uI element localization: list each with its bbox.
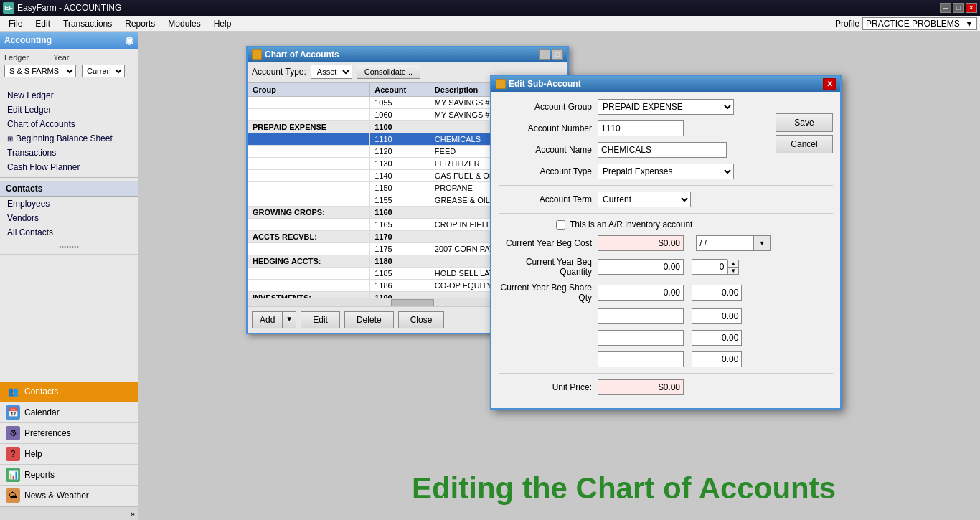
- cell-account: 1130: [370, 158, 430, 170]
- cell-account: 1150: [370, 182, 430, 194]
- profile-dropdown[interactable]: PRACTICE PROBLEMS ▼: [862, 17, 977, 30]
- qty-spin-up[interactable]: ▲: [728, 260, 738, 268]
- help-icon: ?: [6, 447, 20, 461]
- qty-spin-down[interactable]: ▼: [728, 268, 738, 274]
- sidebar-item-beginning-balance[interactable]: ⊞Beginning Balance Sheet: [0, 131, 138, 146]
- sidebar-bottom-preferences[interactable]: ⚙ Preferences: [0, 423, 138, 444]
- dialog-divider-1: [499, 185, 833, 186]
- menu-bar: File Edit Transactions Reports Modules H…: [0, 16, 980, 32]
- sidebar-item-all-contacts[interactable]: All Contacts: [0, 225, 138, 240]
- divider-2: [0, 177, 138, 178]
- acct-type-label: Account Type: [499, 166, 592, 176]
- extra-right-2[interactable]: [692, 330, 742, 346]
- sidebar-item-chart-of-accounts[interactable]: Chart of Accounts: [0, 117, 138, 131]
- contacts-icon: 👥: [6, 384, 20, 399]
- cell-group: [248, 158, 370, 170]
- close-coa-button[interactable]: Close: [398, 311, 445, 328]
- account-number-input[interactable]: [598, 120, 684, 136]
- date-input[interactable]: [696, 235, 753, 251]
- date-separator: [687, 239, 693, 247]
- menu-transactions[interactable]: Transactions: [57, 17, 118, 30]
- coa-scrollbar-thumb[interactable]: [391, 299, 434, 306]
- ledger-select[interactable]: S & S FARMS: [4, 65, 76, 77]
- sidebar-item-cash-flow[interactable]: Cash Flow Planner: [0, 160, 138, 174]
- cell-group: [248, 146, 370, 158]
- sidebar-header-icon: ◉: [125, 34, 133, 46]
- dialog-divider-2: [499, 213, 833, 214]
- menu-help[interactable]: Help: [208, 17, 237, 30]
- sidebar-bottom-help[interactable]: ? Help: [0, 444, 138, 465]
- coa-window-controls[interactable]: ─ □: [539, 49, 563, 60]
- account-term-select[interactable]: Current: [598, 192, 691, 207]
- close-button[interactable]: ✕: [966, 3, 977, 13]
- menu-edit[interactable]: Edit: [29, 17, 56, 30]
- sidebar-bottom-contacts[interactable]: 👥 Contacts: [0, 382, 138, 402]
- beg-share-input[interactable]: [598, 285, 684, 301]
- cell-group: [248, 182, 370, 194]
- content-area: Chart of Accounts ─ □ Account Type: Asse…: [138, 32, 980, 520]
- edit-button[interactable]: Edit: [301, 311, 340, 328]
- sidebar-item-edit-ledger[interactable]: Edit Ledger: [0, 103, 138, 117]
- qty-spin-controls[interactable]: ▲ ▼: [727, 260, 739, 275]
- contacts-section: Employees Vendors All Contacts: [0, 197, 138, 240]
- menu-reports[interactable]: Reports: [119, 17, 161, 30]
- sidebar-expand-btn[interactable]: »: [0, 506, 138, 520]
- contacts-label: Contacts: [6, 184, 42, 194]
- sidebar-bottom-calendar[interactable]: 📅 Calendar: [0, 402, 138, 423]
- account-group-select[interactable]: PREPAID EXPENSE: [598, 99, 734, 115]
- delete-button[interactable]: Delete: [344, 311, 394, 328]
- sidebar-item-new-ledger[interactable]: New Ledger: [0, 88, 138, 103]
- sidebar-bottom-reports[interactable]: 📊 Reports: [0, 465, 138, 486]
- title-bar-left: EF EasyFarm - ACCOUNTING: [3, 2, 121, 14]
- consolidate-button[interactable]: Consolidate...: [357, 65, 420, 79]
- inventory-checkbox[interactable]: [556, 220, 565, 230]
- dialog-close-button[interactable]: ✕: [823, 78, 836, 90]
- sidebar-item-transactions[interactable]: Transactions: [0, 146, 138, 160]
- divider-1: [0, 85, 138, 85]
- cell-group: GROWING CROPS:: [248, 207, 370, 219]
- extra-right-3[interactable]: [692, 351, 742, 367]
- profile-bar: Profile PRACTICE PROBLEMS ▼: [835, 17, 977, 30]
- cell-account: 1060: [370, 109, 430, 121]
- extra-input-1[interactable]: [598, 308, 684, 324]
- spin-display[interactable]: [692, 259, 727, 275]
- menu-modules[interactable]: Modules: [162, 17, 206, 30]
- share-right-input[interactable]: [692, 285, 742, 301]
- cancel-button[interactable]: Cancel: [776, 135, 833, 153]
- unit-price-input[interactable]: [598, 379, 684, 395]
- extra-input-3[interactable]: [598, 351, 684, 367]
- sidebar-item-vendors[interactable]: Vendors: [0, 211, 138, 225]
- add-btn-group[interactable]: Add ▼: [252, 311, 296, 328]
- year-select[interactable]: Current: [82, 65, 125, 77]
- cell-group: PREPAID EXPENSE: [248, 121, 370, 133]
- menu-file[interactable]: File: [3, 17, 28, 30]
- add-button[interactable]: Add: [252, 311, 282, 328]
- sidebar-bottom-news[interactable]: 🌤 News & Weather: [0, 486, 138, 506]
- reports-icon: 📊: [6, 468, 20, 482]
- extra-input-2[interactable]: [598, 330, 684, 346]
- window-controls[interactable]: ─ □ ✕: [940, 3, 977, 13]
- calendar-icon: 📅: [6, 405, 20, 420]
- beg-qty-input[interactable]: [598, 259, 684, 275]
- dialog-title-bar: Edit Sub-Account ✕: [491, 76, 840, 92]
- sidebar: Accounting ◉ Ledger Year S & S FARMS Cur…: [0, 32, 138, 520]
- account-type-select-dialog[interactable]: Prepaid Expenses: [598, 164, 734, 179]
- dialog-title-text: Edit Sub-Account: [509, 79, 581, 89]
- minimize-button[interactable]: ─: [940, 3, 951, 13]
- extra-right-1[interactable]: [692, 308, 742, 324]
- coa-minimize[interactable]: ─: [539, 49, 550, 60]
- save-button[interactable]: Save: [776, 113, 833, 132]
- coa-title-text: Chart of Accounts: [265, 49, 339, 60]
- beg-cost-input[interactable]: [598, 235, 684, 251]
- account-group-label: Account Group: [499, 102, 592, 112]
- coa-title-bar: Chart of Accounts ─ □: [248, 47, 567, 62]
- account-type-select[interactable]: Asset: [311, 65, 352, 79]
- add-dropdown-arrow[interactable]: ▼: [282, 311, 296, 328]
- coa-window-icon: [252, 49, 262, 60]
- coa-maximize[interactable]: □: [552, 49, 563, 60]
- account-name-input[interactable]: [598, 142, 727, 158]
- maximize-button[interactable]: □: [953, 3, 964, 13]
- sidebar-item-employees[interactable]: Employees: [0, 197, 138, 211]
- cell-group: [248, 97, 370, 109]
- date-spin-btn[interactable]: ▼: [753, 235, 771, 251]
